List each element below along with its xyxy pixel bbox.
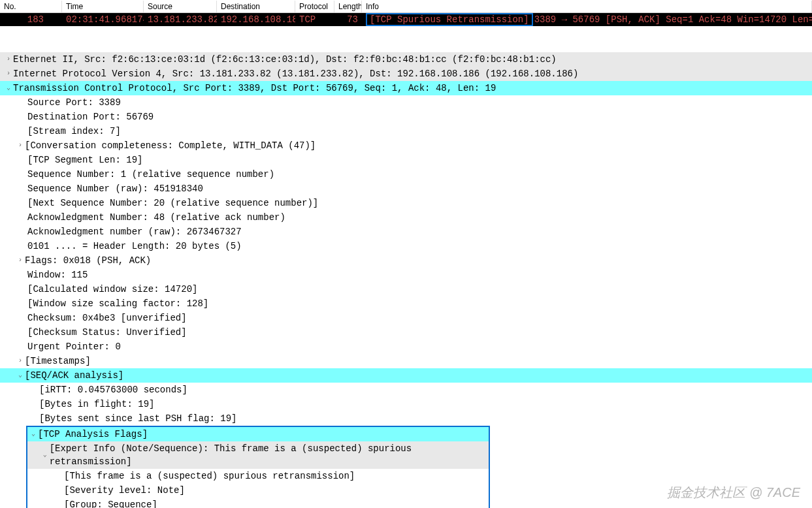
- chevron-down-icon[interactable]: ⌄: [16, 369, 25, 382]
- col-info[interactable]: Info: [362, 1, 812, 12]
- packet-info: [TCP Spurious Retransmission]3389 → 5676…: [362, 12, 812, 27]
- col-protocol[interactable]: Protocol: [295, 1, 334, 12]
- tcp-seq-raw[interactable]: Sequence Number (raw): 451918340: [0, 182, 812, 196]
- tcp-stream-index[interactable]: [Stream index: 7]: [0, 124, 812, 138]
- tcp-checksum-status[interactable]: [Checksum Status: Unverified]: [0, 325, 812, 340]
- col-destination[interactable]: Destination: [217, 1, 295, 12]
- tcp-seq-num[interactable]: Sequence Number: 1 (relative sequence nu…: [0, 167, 812, 182]
- tcp-src-port[interactable]: Source Port: 3389: [0, 95, 812, 110]
- tcp-ack-num[interactable]: Acknowledgment Number: 48 (relative ack …: [0, 210, 812, 225]
- tcp-conv-completeness[interactable]: › [Conversation completeness: Complete, …: [0, 138, 812, 153]
- tcp-urgent[interactable]: Urgent Pointer: 0: [0, 340, 812, 354]
- packet-len: 73: [334, 13, 362, 26]
- chevron-right-icon[interactable]: ›: [4, 53, 13, 66]
- tcp-win-scale[interactable]: [Window size scaling factor: 128]: [0, 296, 812, 311]
- tcp-checksum[interactable]: Checksum: 0x4be3 [unverified]: [0, 311, 812, 325]
- info-tag: [TCP Spurious Retransmission]: [366, 13, 533, 26]
- col-time[interactable]: Time: [62, 1, 144, 12]
- expert-info-spurious[interactable]: ⌄ [Expert Info (Note/Sequence): This fra…: [27, 441, 489, 469]
- tcp-next-seq[interactable]: [Next Sequence Number: 20 (relative sequ…: [0, 196, 812, 210]
- packet-time: 02:31:41.968174: [62, 13, 144, 26]
- tcp-timestamps[interactable]: › [Timestamps]: [0, 354, 812, 368]
- tcp-header[interactable]: ⌄ Transmission Control Protocol, Src Por…: [0, 81, 812, 95]
- chevron-right-icon[interactable]: ›: [16, 139, 25, 152]
- tcp-hdr-len[interactable]: 0101 .... = Header Length: 20 bytes (5): [0, 239, 812, 253]
- packet-details: › Ethernet II, Src: f2:6c:13:ce:03:1d (f…: [0, 52, 812, 508]
- analysis-highlight-box: ⌄ [TCP Analysis Flags] ⌄ [Expert Info (N…: [26, 426, 490, 508]
- tcp-ack-raw[interactable]: Acknowledgment number (raw): 2673467327: [0, 225, 812, 239]
- ethernet-header[interactable]: › Ethernet II, Src: f2:6c:13:ce:03:1d (f…: [0, 52, 812, 67]
- expert-msg[interactable]: [This frame is a (suspected) spurious re…: [27, 469, 489, 483]
- tcp-irtt[interactable]: [iRTT: 0.045763000 seconds]: [0, 383, 812, 397]
- packet-list-header: No. Time Source Destination Protocol Len…: [0, 0, 812, 13]
- tcp-window[interactable]: Window: 115: [0, 268, 812, 282]
- chevron-down-icon[interactable]: ⌄: [4, 82, 13, 95]
- tcp-analysis-flags[interactable]: ⌄ [TCP Analysis Flags]: [27, 427, 489, 441]
- packet-dst: 192.168.108.186: [217, 13, 295, 26]
- tcp-dst-port[interactable]: Destination Port: 56769: [0, 110, 812, 124]
- tcp-bytes-psh[interactable]: [Bytes sent since last PSH flag: 19]: [0, 411, 812, 426]
- chevron-right-icon[interactable]: ›: [16, 355, 25, 368]
- expert-group[interactable]: [Group: Sequence]: [27, 498, 489, 508]
- col-no[interactable]: No.: [0, 1, 62, 12]
- tcp-bytes-flight[interactable]: [Bytes in flight: 19]: [0, 397, 812, 411]
- chevron-down-icon[interactable]: ⌄: [41, 449, 50, 462]
- chevron-down-icon[interactable]: ⌄: [29, 428, 38, 441]
- chevron-right-icon[interactable]: ›: [16, 254, 25, 267]
- info-rest: 3389 → 56769 [PSH, ACK] Seq=1 Ack=48 Win…: [534, 14, 812, 25]
- tcp-seqack-analysis[interactable]: ⌄ [SEQ/ACK analysis]: [0, 368, 812, 383]
- tcp-calc-window[interactable]: [Calculated window size: 14720]: [0, 282, 812, 296]
- expert-severity[interactable]: [Severity level: Note]: [27, 483, 489, 498]
- col-source[interactable]: Source: [144, 1, 217, 12]
- packet-row[interactable]: 183 02:31:41.968174 13.181.233.82 192.16…: [0, 13, 812, 26]
- packet-proto: TCP: [295, 13, 334, 26]
- ip-header[interactable]: › Internet Protocol Version 4, Src: 13.1…: [0, 67, 812, 81]
- col-length[interactable]: Length: [334, 1, 362, 12]
- tcp-flags[interactable]: › Flags: 0x018 (PSH, ACK): [0, 253, 812, 268]
- packet-src: 13.181.233.82: [144, 13, 217, 26]
- tcp-segment-len[interactable]: [TCP Segment Len: 19]: [0, 153, 812, 167]
- packet-no: 183: [0, 13, 62, 26]
- chevron-right-icon[interactable]: ›: [4, 67, 13, 80]
